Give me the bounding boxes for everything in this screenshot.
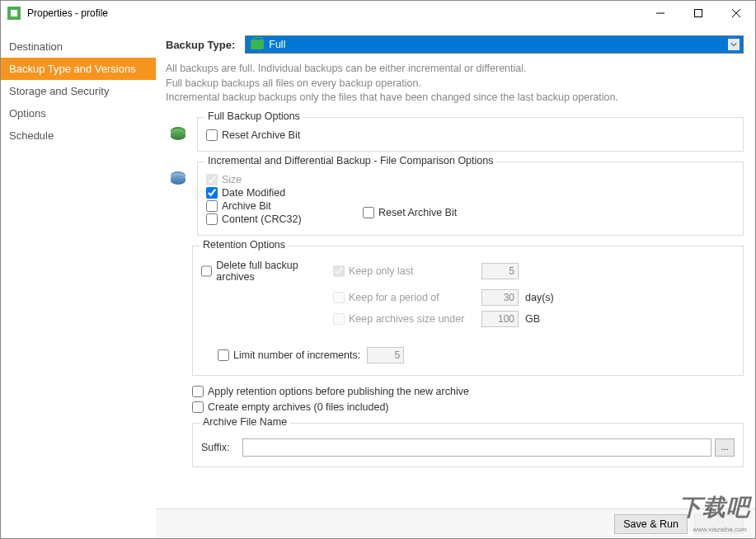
reset-archive-bit-checkbox[interactable]: Reset Archive Bit xyxy=(206,129,735,141)
bottom-bar: Save & Run xyxy=(156,509,755,538)
window-title: Properties - profile xyxy=(27,7,641,19)
apply-before-publish-checkbox[interactable]: Apply retention options before publishin… xyxy=(192,386,744,397)
content-panel: Backup Type: Full All backups are full. … xyxy=(156,26,755,538)
maximize-button[interactable] xyxy=(679,1,717,26)
keep-size-input[interactable] xyxy=(481,311,519,327)
sidebar: Destination Backup Type and Versions Sto… xyxy=(1,26,156,538)
suffix-label: Suffix: xyxy=(201,442,242,453)
close-button[interactable] xyxy=(717,1,755,26)
full-backup-options-group: Full Backup Options Reset Archive Bit xyxy=(197,117,744,152)
incremental-disk-icon xyxy=(171,175,189,185)
keep-size-checkbox: Keep archives size under xyxy=(333,313,481,325)
backup-type-select[interactable]: Full xyxy=(245,35,744,54)
full-backup-disk-icon xyxy=(171,130,189,140)
sidebar-item-storage[interactable]: Storage and Security xyxy=(1,80,156,102)
backup-type-label: Backup Type: xyxy=(166,39,235,51)
svg-rect-1 xyxy=(695,10,702,17)
keep-period-input[interactable] xyxy=(481,289,519,306)
sidebar-item-options[interactable]: Options xyxy=(1,102,156,124)
suffix-browse-button[interactable]: ... xyxy=(715,438,735,457)
keep-size-unit: GB xyxy=(525,313,540,325)
backup-type-value: Full xyxy=(269,39,285,50)
keep-only-last-checkbox: Keep only last xyxy=(333,265,481,277)
incremental-options-group: Incremental and Differential Backup - Fi… xyxy=(197,162,744,236)
app-icon xyxy=(7,7,21,20)
date-modified-checkbox[interactable]: Date Modified xyxy=(206,187,363,199)
titlebar: Properties - profile xyxy=(1,1,755,26)
save-run-button[interactable]: Save & Run xyxy=(614,514,688,534)
keep-only-last-input[interactable] xyxy=(481,263,519,279)
keep-period-checkbox: Keep for a period of xyxy=(333,292,481,303)
size-checkbox: Size xyxy=(206,174,363,185)
retention-options-group: Retention Options Delete full backup arc… xyxy=(192,246,744,376)
limit-increments-input[interactable] xyxy=(367,347,404,363)
full-backup-icon xyxy=(251,40,264,49)
limit-increments-checkbox[interactable]: Limit number of increments: xyxy=(218,349,360,361)
archive-file-name-group: Archive File Name Suffix: ... xyxy=(192,423,744,467)
suffix-input[interactable] xyxy=(242,438,711,457)
sidebar-item-backup-type[interactable]: Backup Type and Versions xyxy=(1,58,156,80)
delete-full-checkbox[interactable]: Delete full backup archives xyxy=(201,260,333,283)
reset-archive-bit-2-checkbox[interactable]: Reset Archive Bit xyxy=(363,207,457,218)
archive-bit-checkbox[interactable]: Archive Bit xyxy=(206,200,363,212)
sidebar-item-destination[interactable]: Destination xyxy=(1,35,156,58)
create-empty-checkbox[interactable]: Create empty archives (0 files included) xyxy=(192,401,744,413)
secondary-button[interactable] xyxy=(694,514,744,534)
window-controls xyxy=(641,1,755,26)
keep-period-unit: day(s) xyxy=(525,292,554,303)
content-checkbox[interactable]: Content (CRC32) xyxy=(206,213,363,225)
description-text: All backups are full. Individual backups… xyxy=(166,62,744,105)
sidebar-item-schedule[interactable]: Schedule xyxy=(1,124,156,147)
minimize-button[interactable] xyxy=(641,1,679,26)
chevron-down-icon xyxy=(728,39,740,50)
